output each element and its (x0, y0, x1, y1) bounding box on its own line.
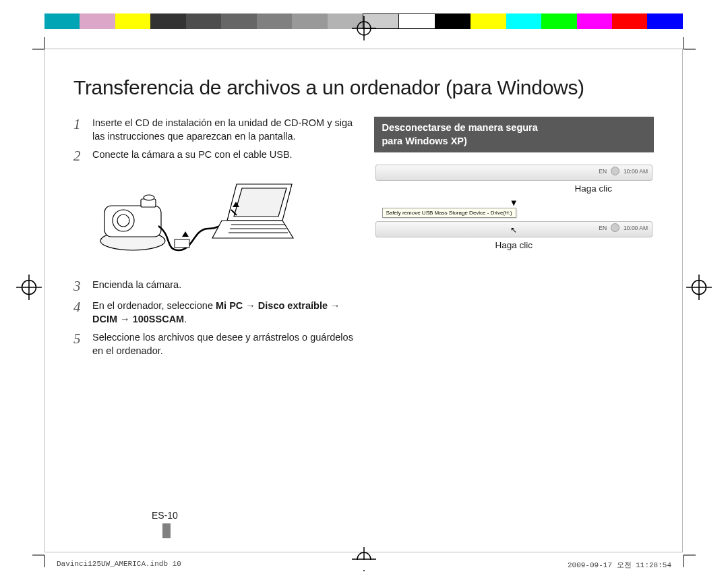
step4-disco: Disco extraíble (258, 300, 328, 311)
step-1: 1 Inserte el CD de instalación en la uni… (73, 117, 354, 143)
step4-prefix: En el ordenador, seleccione (92, 300, 216, 311)
step-text: Encienda la cámara. (92, 279, 354, 292)
step-number: 2 (73, 148, 92, 164)
registration-mark-right (685, 273, 713, 302)
step-text: Conecte la cámara a su PC con el cable U… (92, 148, 354, 162)
step-2: 2 Conecte la cámara a su PC con el cable… (73, 148, 354, 164)
arrow-sep: → (117, 314, 133, 324)
step-text: Inserte el CD de instalación en la unida… (92, 117, 354, 143)
taskbar-screenshot-1: EN 10:00 AM (375, 165, 653, 181)
click-label-2: Haga clic (375, 240, 653, 250)
page-tab-marker (162, 523, 171, 538)
step-text: En el ordenador, seleccione Mi PC → Disc… (92, 299, 354, 326)
footer-file: Davinci125UW_AMERICA.indb 10 (57, 560, 181, 570)
step4-100sscam: 100SSCAM (133, 314, 185, 324)
step-5: 5 Seleccione los archivos que desee y ar… (73, 331, 354, 357)
step-number: 4 (73, 299, 92, 315)
svg-rect-15 (175, 239, 189, 248)
page-number: ES-10 (152, 510, 178, 521)
step-3: 3 Encienda la cámara. (73, 279, 354, 294)
safely-remove-tray-icon (611, 167, 619, 175)
side-column: Desconectarse de manera segura para Wind… (374, 117, 655, 364)
svg-point-14 (144, 195, 154, 200)
arrow-sep: → (328, 300, 340, 311)
page-title: Transferencia de archivos a un ordenador… (73, 76, 669, 99)
lang-indicator: EN (599, 225, 607, 231)
down-arrow-icon: ▼ (375, 198, 653, 208)
step-number: 1 (73, 117, 92, 132)
steps-column: 1 Inserte el CD de instalación en la uni… (73, 117, 354, 364)
registration-mark-top (351, 15, 377, 42)
side-heading-line2: para Windows XP) (382, 136, 467, 146)
clock-text: 10:00 AM (624, 225, 648, 231)
step-4: 4 En el ordenador, seleccione Mi PC → Di… (73, 299, 354, 326)
side-heading: Desconectarse de manera segura para Wind… (374, 117, 655, 152)
step4-mypc: Mi PC (216, 300, 243, 311)
cursor-icon: ↖ (510, 225, 517, 235)
step-number: 3 (73, 279, 92, 294)
camera-usb-laptop-figure (92, 176, 295, 264)
step-number: 5 (73, 331, 92, 347)
page-frame: Transferencia de archivos a un ordenador… (44, 49, 683, 552)
svg-point-12 (117, 214, 129, 227)
print-footer: Davinci125UW_AMERICA.indb 10 2009-09-17 … (54, 560, 674, 570)
click-label-1: Haga clic (375, 183, 653, 194)
footer-timestamp: 2009-09-17 오전 11:28:54 (568, 560, 671, 570)
taskbar-screenshot-2: Safely remove USB Mass Storage Device - … (375, 221, 653, 237)
step-text: Seleccione los archivos que desee y arrá… (92, 331, 354, 357)
safely-remove-balloon: Safely remove USB Mass Storage Device - … (382, 208, 516, 218)
registration-mark-left (15, 273, 43, 302)
clock-text: 10:00 AM (624, 168, 648, 175)
arrow-sep: → (243, 300, 258, 311)
lang-indicator: EN (599, 168, 607, 175)
step4-dcim: DCIM (92, 314, 117, 324)
side-heading-line1: Desconectarse de manera segura (382, 122, 538, 133)
safely-remove-tray-icon (611, 223, 619, 232)
